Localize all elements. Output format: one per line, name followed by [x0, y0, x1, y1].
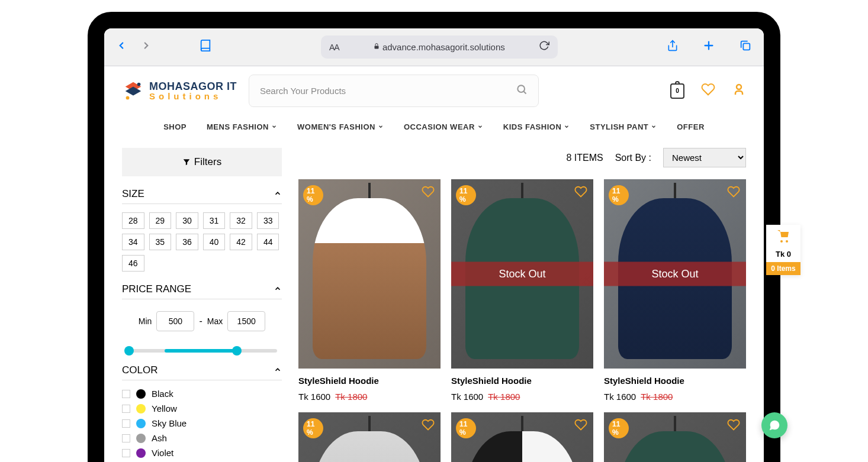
product-title: StyleShield Hoodie: [298, 376, 441, 386]
size-option[interactable]: 34: [122, 234, 144, 250]
size-option[interactable]: 42: [230, 234, 252, 250]
nav-label: KIDS FASHION: [503, 122, 561, 131]
color-name: Violet: [152, 448, 173, 458]
nav-label: WOMEN'S FASHION: [297, 122, 375, 131]
cart-bag-icon[interactable]: 0: [670, 83, 684, 99]
color-name: Black: [152, 389, 173, 399]
logo-subtitle: Solutions: [149, 92, 237, 101]
sort-select[interactable]: Newest: [663, 148, 746, 167]
stock-out-badge: Stock Out: [451, 262, 593, 286]
wishlist-heart-icon[interactable]: [727, 418, 740, 435]
product-card[interactable]: 11 %: [451, 412, 593, 462]
min-price-input[interactable]: [156, 311, 194, 331]
size-option[interactable]: 29: [149, 212, 172, 229]
reload-icon[interactable]: [539, 40, 549, 54]
size-option[interactable]: 32: [230, 212, 252, 229]
url-bar[interactable]: AA advance.mohasagorit.solutions: [321, 35, 558, 59]
color-checkbox[interactable]: [122, 390, 130, 398]
chevron-down-icon: [378, 124, 384, 131]
discount-badge: 11 %: [456, 185, 476, 205]
search-icon[interactable]: [516, 83, 528, 98]
browser-toolbar: AA advance.mohasagorit.solutions: [104, 28, 764, 66]
price-current: Tk 1600: [604, 392, 636, 402]
product-prices: Tk 1600Tk 1800: [298, 392, 441, 402]
svg-point-5: [126, 96, 130, 99]
color-checkbox[interactable]: [122, 449, 130, 457]
browser-back-button[interactable]: [116, 40, 127, 54]
product-card[interactable]: 11 %Stock OutStyleShield HoodieTk 1600Tk…: [451, 179, 593, 402]
size-option[interactable]: 40: [203, 234, 226, 250]
share-icon[interactable]: [667, 39, 679, 55]
product-prices: Tk 1600Tk 1800: [451, 392, 593, 402]
color-option[interactable]: Black: [122, 389, 282, 399]
new-tab-icon[interactable]: [702, 39, 715, 55]
price-slider[interactable]: [127, 349, 277, 353]
product-card[interactable]: 11 %Stock OutStyleShield HoodieTk 1600Tk…: [604, 179, 746, 402]
search-input[interactable]: [260, 86, 516, 96]
product-card[interactable]: 11 %: [604, 412, 746, 462]
items-count: 8 ITEMS: [566, 153, 603, 163]
size-option[interactable]: 44: [257, 234, 279, 250]
nav-item[interactable]: WOMEN'S FASHION: [297, 122, 384, 131]
size-option[interactable]: 31: [203, 212, 226, 229]
filters-button[interactable]: Filters: [122, 148, 282, 176]
size-option[interactable]: 46: [122, 255, 144, 272]
color-option[interactable]: Yellow: [122, 403, 282, 413]
color-checkbox[interactable]: [122, 419, 130, 428]
bookmarks-icon[interactable]: [199, 39, 212, 55]
cart-items-count: 0 Items: [766, 262, 801, 275]
chevron-up-icon: [274, 366, 282, 376]
price-current: Tk 1600: [451, 392, 483, 402]
slider-min-handle[interactable]: [124, 346, 134, 356]
color-swatch: [136, 448, 146, 458]
price-old: Tk 1800: [488, 392, 520, 402]
size-option[interactable]: 30: [176, 212, 198, 229]
size-option[interactable]: 33: [257, 212, 279, 229]
wishlist-heart-icon[interactable]: [422, 418, 435, 435]
size-option[interactable]: 28: [122, 212, 144, 229]
wishlist-heart-icon[interactable]: [422, 185, 435, 202]
nav-item[interactable]: KIDS FASHION: [503, 122, 570, 131]
nav-item[interactable]: STYLISH PANT: [590, 122, 657, 131]
logo[interactable]: MOHASAGOR IT Solutions: [122, 80, 237, 102]
color-option[interactable]: Sky Blue: [122, 418, 282, 428]
product-image: 11 %: [298, 179, 441, 369]
wishlist-heart-icon[interactable]: [574, 418, 587, 435]
nav-item[interactable]: MENS FASHION: [207, 122, 277, 131]
svg-line-8: [524, 92, 526, 94]
search-bar[interactable]: [249, 75, 539, 107]
product-card[interactable]: 11 %: [298, 412, 441, 462]
product-image: 11 %Stock Out: [451, 179, 593, 369]
price-filter-header[interactable]: PRICE RANGE: [122, 283, 282, 299]
color-filter-header[interactable]: COLOR: [122, 364, 282, 380]
nav-item[interactable]: OCCASION WEAR: [404, 122, 483, 131]
wishlist-heart-icon[interactable]: [574, 185, 587, 202]
browser-forward-button[interactable]: [141, 40, 152, 54]
product-card[interactable]: 11 %StyleShield HoodieTk 1600Tk 1800: [298, 179, 441, 402]
nav-item[interactable]: SHOP: [163, 122, 187, 131]
nav-label: STYLISH PANT: [590, 122, 648, 131]
tabs-icon[interactable]: [739, 39, 752, 55]
chevron-down-icon: [651, 124, 657, 131]
slider-max-handle[interactable]: [232, 346, 242, 356]
wishlist-icon[interactable]: [701, 82, 715, 100]
color-checkbox[interactable]: [122, 434, 130, 442]
text-size-button[interactable]: AA: [329, 43, 339, 52]
cart-icon: [766, 225, 801, 250]
size-option[interactable]: 35: [149, 234, 172, 250]
floating-cart[interactable]: Tk 0 0 Items: [766, 225, 801, 275]
wishlist-heart-icon[interactable]: [727, 185, 740, 202]
max-price-input[interactable]: [227, 311, 265, 331]
nav-label: OCCASION WEAR: [404, 122, 475, 131]
product-image: 11 %: [604, 412, 746, 462]
user-account-icon[interactable]: [732, 82, 746, 100]
nav-item[interactable]: OFFER: [677, 122, 705, 131]
chat-button[interactable]: [761, 412, 787, 438]
color-option[interactable]: Violet: [122, 448, 282, 458]
color-option[interactable]: Ash: [122, 433, 282, 443]
main-nav: SHOPMENS FASHIONWOMEN'S FASHIONOCCASION …: [104, 115, 764, 142]
size-option[interactable]: 36: [176, 234, 198, 250]
svg-rect-4: [743, 43, 750, 50]
color-checkbox[interactable]: [122, 405, 130, 413]
size-filter-header[interactable]: SIZE: [122, 188, 282, 204]
